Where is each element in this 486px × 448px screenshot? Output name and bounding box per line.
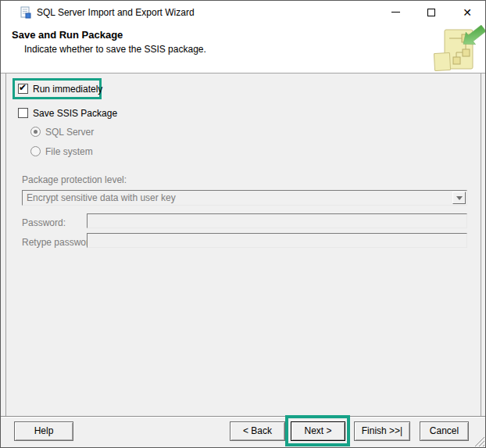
minimize-icon [391,12,400,13]
password-label: Password: [22,217,66,228]
wizard-window: SQL Server Import and Export Wizard ✕ Sa… [0,0,486,448]
finish-button[interactable]: Finish >>| [354,421,410,441]
package-protection-value: Encrypt sensitive data with user key [27,192,176,204]
wizard-app-icon [19,6,31,19]
radio-dot-icon [34,130,38,134]
package-protection-label: Package protection level: [22,174,127,185]
password-field[interactable] [88,214,466,228]
retype-password-label: Retype password: [22,237,97,248]
sql-server-radio[interactable] [30,127,41,137]
resize-grip[interactable] [474,436,485,447]
retype-password-field[interactable] [88,234,466,247]
page-subtitle: Indicate whether to save the SSIS packag… [24,44,206,55]
file-system-radio[interactable] [30,146,41,156]
package-protection-combobox[interactable]: Encrypt sensitive data with user key [22,190,467,206]
next-button[interactable]: Next > [291,421,345,441]
maximize-button[interactable] [413,1,449,23]
save-ssis-package-checkbox[interactable] [18,108,28,118]
file-system-radio-label[interactable]: File system [45,146,93,157]
ssis-package-icon [434,25,485,73]
close-icon: ✕ [463,7,472,18]
cancel-button[interactable]: Cancel [420,421,469,441]
retype-password-field-frame [87,233,467,248]
chevron-down-icon [456,196,463,203]
footer-separator [1,416,486,418]
run-immediately-checkbox[interactable]: ✔ [18,84,28,94]
back-button[interactable]: < Back [230,421,285,441]
page-title: Save and Run Package [12,29,123,41]
close-button[interactable]: ✕ [449,1,485,23]
window-title: SQL Server Import and Export Wizard [37,7,195,18]
run-immediately-label[interactable]: Run immediately [33,84,102,95]
combobox-dropdown-button[interactable] [452,192,466,204]
wizard-header: Save and Run Package Indicate whether to… [1,24,485,73]
sql-server-radio-label[interactable]: SQL Server [45,127,94,138]
save-ssis-package-label[interactable]: Save SSIS Package [33,108,117,119]
titlebar[interactable]: SQL Server Import and Export Wizard ✕ [1,1,485,24]
help-button[interactable]: Help [14,421,73,441]
maximize-icon [427,9,435,16]
checkmark-icon: ✔ [19,82,27,93]
password-field-frame [87,213,467,228]
minimize-button[interactable] [377,1,413,23]
